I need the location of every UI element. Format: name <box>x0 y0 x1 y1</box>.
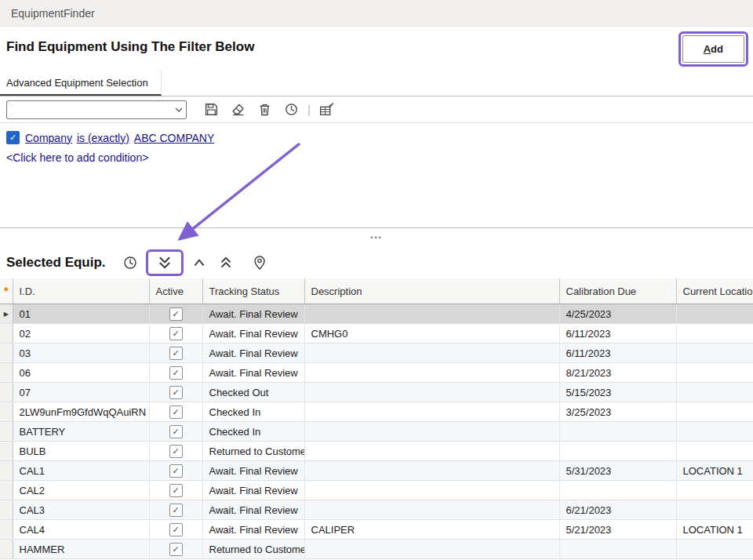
cell-active <box>149 481 202 500</box>
active-checkbox[interactable] <box>169 307 183 321</box>
toolbar-separator: | <box>307 103 311 116</box>
table-row[interactable]: ▶ 01 Await. Final Review 4/25/2023 <box>0 304 753 324</box>
save-filter-button[interactable] <box>202 100 220 119</box>
scroll-up-button[interactable] <box>190 253 209 272</box>
col-header-calibration-due[interactable]: Calibration Due <box>559 278 676 304</box>
filter-preset-combobox[interactable] <box>6 100 187 119</box>
advanced-mode-button[interactable] <box>318 100 336 119</box>
col-header-current-location[interactable]: Current Location <box>676 278 753 304</box>
active-checkbox[interactable] <box>169 386 183 399</box>
cell-active <box>149 363 202 383</box>
cell-active <box>149 304 202 324</box>
table-row[interactable]: CAL4 Await. Final Review CALIPER 5/21/20… <box>0 520 753 540</box>
cell-tracking-status: Await. Final Review <box>202 520 304 540</box>
filter-conditions: Company is (exactly) ABC COMPANY <Click … <box>0 123 753 179</box>
double-chevron-down-icon <box>156 254 173 271</box>
active-checkbox[interactable] <box>169 543 183 556</box>
cell-active <box>149 344 202 363</box>
chevron-up-icon <box>191 255 207 271</box>
cell-id: HAMMER <box>13 540 149 559</box>
double-chevron-up-icon <box>218 255 234 271</box>
chevron-down-icon[interactable] <box>172 101 186 118</box>
location-button[interactable] <box>250 253 269 272</box>
cell-id: 01 <box>13 304 149 324</box>
cell-current-location <box>676 363 753 383</box>
scroll-to-top-button[interactable] <box>216 253 235 272</box>
row-selection-indicator <box>0 324 13 344</box>
condition-checkbox[interactable] <box>6 131 20 144</box>
active-checkbox[interactable] <box>169 425 183 438</box>
clear-filter-button[interactable] <box>228 100 247 119</box>
col-header-id[interactable]: I.D. <box>13 278 149 304</box>
active-checkbox[interactable] <box>169 347 183 360</box>
cell-calibration-due <box>559 442 676 461</box>
condition-operator-link[interactable]: is (exactly) <box>77 132 129 144</box>
scroll-to-bottom-button[interactable] <box>155 253 174 272</box>
cell-id: BATTERY <box>13 422 149 442</box>
cell-description <box>304 461 559 481</box>
table-row[interactable]: 2LW9unFm9GfdWqQAuiRN Checked In 3/25/202… <box>0 402 753 422</box>
cell-id: 03 <box>13 344 149 363</box>
cell-current-location <box>676 540 753 559</box>
filter-preset-input[interactable] <box>7 103 172 117</box>
cell-description <box>304 500 559 520</box>
active-checkbox[interactable] <box>169 464 183 478</box>
cell-description <box>304 363 559 383</box>
cell-calibration-due: 6/11/2023 <box>559 344 676 363</box>
cell-current-location <box>676 324 753 344</box>
filter-toolbar: | <box>0 96 753 123</box>
cell-id: CAL4 <box>13 520 149 540</box>
active-checkbox[interactable] <box>169 405 183 419</box>
selected-equip-toolbar: Selected Equip. <box>0 247 753 278</box>
add-condition-link[interactable]: <Click here to add condition> <box>6 151 148 164</box>
cell-id: CAL1 <box>13 461 149 481</box>
table-row[interactable]: CAL3 Await. Final Review 6/21/2023 <box>0 500 753 520</box>
cell-active <box>149 442 202 461</box>
cell-id: CAL3 <box>13 500 149 520</box>
table-row[interactable]: HAMMER Returned to Customer <box>0 540 753 559</box>
table-row[interactable]: 03 Await. Final Review 6/11/2023 <box>0 344 753 363</box>
cell-current-location: LOCATION 1 <box>676 520 753 540</box>
filter-condition-row: Company is (exactly) ABC COMPANY <box>6 131 747 144</box>
cell-id: 02 <box>13 324 149 344</box>
cell-tracking-status: Checked In <box>202 402 304 422</box>
cell-calibration-due: 6/11/2023 <box>559 324 676 344</box>
cell-description <box>304 442 559 461</box>
add-button[interactable]: Add <box>682 35 744 63</box>
active-checkbox[interactable] <box>169 484 183 497</box>
table-row[interactable]: 06 Await. Final Review 8/21/2023 <box>0 363 753 383</box>
col-header-tracking-status[interactable]: Tracking Status <box>202 278 304 304</box>
active-checkbox[interactable] <box>169 327 183 340</box>
row-selection-indicator <box>0 363 13 383</box>
table-row[interactable]: CAL1 Await. Final Review 5/31/2023 LOCAT… <box>0 461 753 481</box>
table-row[interactable]: 07 Checked Out 5/15/2023 <box>0 383 753 402</box>
table-row[interactable]: BULB Returned to Customer <box>0 442 753 461</box>
delete-filter-button[interactable] <box>255 100 274 119</box>
section-title: Selected Equip. <box>6 255 106 271</box>
cell-active <box>149 324 202 344</box>
window-title: EquipmentFinder <box>11 7 95 20</box>
table-arrow-icon <box>318 102 335 117</box>
active-checkbox[interactable] <box>169 504 183 517</box>
active-checkbox[interactable] <box>169 523 183 536</box>
condition-value-link[interactable]: ABC COMPANY <box>134 132 214 144</box>
grid-header-row: * I.D. Active Tracking Status Descriptio… <box>0 278 753 304</box>
table-row[interactable]: BATTERY Checked In <box>0 422 753 442</box>
active-checkbox[interactable] <box>169 366 183 380</box>
splitter-handle[interactable]: ••• <box>370 234 382 242</box>
cell-id: BULB <box>13 442 149 461</box>
location-pin-icon <box>252 255 267 271</box>
table-row[interactable]: CAL2 Await. Final Review <box>0 481 753 500</box>
col-header-description[interactable]: Description <box>304 278 559 304</box>
condition-field-link[interactable]: Company <box>25 132 72 144</box>
cell-description <box>304 344 559 363</box>
active-checkbox[interactable] <box>169 445 183 458</box>
filter-history-button[interactable] <box>282 100 300 119</box>
cell-calibration-due: 5/15/2023 <box>559 383 676 402</box>
cell-description <box>304 402 559 422</box>
col-header-active[interactable]: Active <box>149 278 202 304</box>
cell-tracking-status: Await. Final Review <box>202 481 304 500</box>
table-row[interactable]: 02 Await. Final Review CMHG0 6/11/2023 <box>0 324 753 344</box>
tab-advanced-equipment-selection[interactable]: Advanced Equipment Selection <box>0 71 162 96</box>
history-button[interactable] <box>121 253 140 272</box>
